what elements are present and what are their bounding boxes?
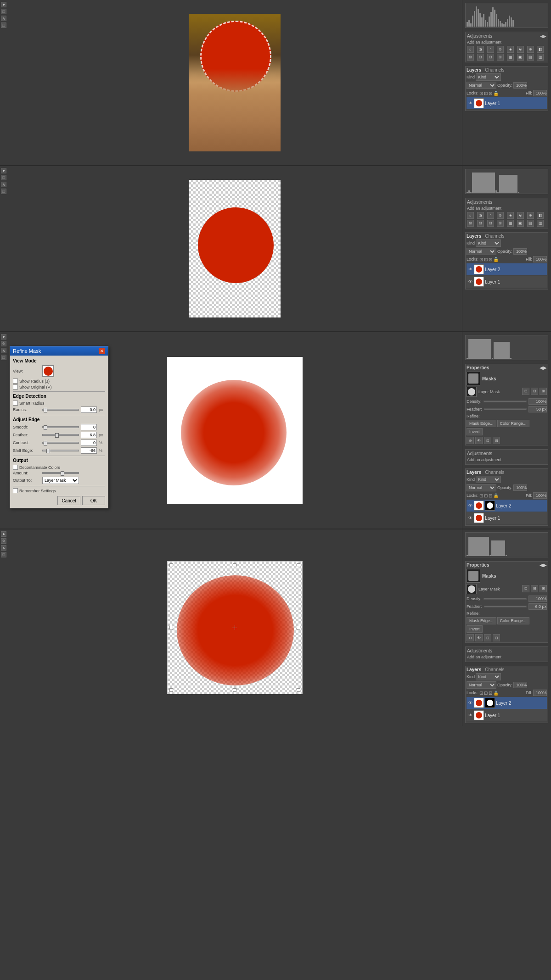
eye-icon-3b[interactable]: 👁 [467, 515, 473, 521]
expand-props-4[interactable]: ◀▶ [540, 562, 547, 568]
fill-input-2[interactable] [533, 256, 547, 262]
adj2-icon-2[interactable]: ◑ [477, 212, 484, 219]
adj2-icon-12[interactable]: ⊞ [497, 220, 504, 227]
adj2-icon-7[interactable]: ⊕ [527, 212, 534, 219]
smart-radius-checkbox[interactable] [13, 401, 18, 406]
feather-prop-slider-3[interactable] [484, 408, 527, 410]
eye-icon-4b[interactable]: 👁 [467, 713, 473, 718]
show-radius-checkbox[interactable] [13, 379, 18, 384]
kind-select-2[interactable]: Kind [476, 239, 501, 247]
remember-checkbox[interactable] [13, 488, 18, 493]
output-to-select[interactable]: Layer Mask [42, 477, 79, 484]
shift-edge-input[interactable] [81, 447, 97, 454]
lock3-icon-1[interactable]: ⊡ [479, 493, 483, 498]
adj2-icon-4[interactable]: ⊙ [497, 212, 504, 219]
radius-input[interactable] [81, 406, 97, 413]
eye-icon-2a[interactable]: 👁 [467, 267, 473, 272]
adj-icon-brightness[interactable]: ☼ [467, 46, 474, 53]
feather-prop-input-3[interactable] [529, 406, 547, 412]
s2-icon-2[interactable]: ⬚ [1, 175, 6, 180]
opacity-input-2[interactable] [513, 248, 527, 255]
layer-item-1[interactable]: 👁 Layer 1 [467, 97, 547, 109]
s3-icon-1[interactable]: ▶ [1, 334, 6, 340]
smooth-slider[interactable] [42, 426, 79, 428]
layer-mask-label-4[interactable]: Layer Mask [478, 587, 500, 591]
s3-icon-2[interactable]: ⊙ [1, 341, 6, 346]
lock3-icon-4[interactable]: 🔒 [493, 493, 499, 498]
opacity-input-3[interactable] [513, 484, 527, 491]
adj-icon-poster[interactable]: ⊞ [497, 54, 504, 61]
show-original-checkbox[interactable] [13, 384, 18, 390]
lock-icon-3[interactable]: ⊡ [489, 91, 492, 96]
lock-icon-4[interactable]: 🔒 [493, 91, 499, 96]
eye-icon-4a[interactable]: 👁 [467, 700, 473, 706]
lock3-icon-3[interactable]: ⊡ [489, 493, 492, 498]
lock2-icon-1[interactable]: ⊡ [479, 257, 483, 262]
adj-icon-threshold[interactable]: ▦ [507, 54, 514, 61]
props-bot-icon-4b[interactable]: 👁 [475, 634, 483, 641]
mask-edge-btn-4[interactable]: Mask Edge... [467, 617, 496, 624]
color-range-btn-4[interactable]: Color Range... [497, 617, 529, 624]
eye-icon-2b[interactable]: 👁 [467, 279, 473, 284]
lock4-icon-3[interactable]: ⊡ [489, 690, 492, 696]
lock2-icon-3[interactable]: ⊡ [489, 257, 492, 262]
decontaminate-checkbox[interactable] [13, 465, 18, 470]
adj-icon-invert[interactable]: ⊟ [487, 54, 494, 61]
masks-label-4[interactable]: Masks [482, 574, 496, 579]
contrast-input[interactable] [81, 440, 97, 446]
expand-icon-1[interactable]: ◀▶ [540, 34, 546, 39]
layer-item-2b[interactable]: 👁 Layer 1 [467, 276, 547, 288]
blend-mode-select-3[interactable]: Normal [467, 484, 496, 491]
density-slider-4[interactable] [484, 598, 527, 600]
nav-icon-1[interactable]: ▶ [1, 2, 6, 7]
fill-input-4[interactable] [533, 690, 547, 696]
lock4-icon-4[interactable]: 🔒 [493, 690, 499, 696]
mask-icon-btn-3b[interactable]: ⊟ [531, 388, 538, 395]
s2-icon-3[interactable]: A [1, 182, 6, 187]
props-bot-icon-4c[interactable]: ⊡ [484, 634, 491, 641]
layer-item-4b[interactable]: 👁 Layer 1 [467, 709, 547, 721]
adj2-icon-3[interactable]: ◝ [487, 212, 494, 219]
lock4-icon-1[interactable]: ⊡ [479, 690, 483, 696]
mask-icon-btn-4b[interactable]: ⊟ [531, 585, 538, 592]
opacity-input-1[interactable] [513, 82, 527, 89]
blend-mode-select-2[interactable]: Normal [467, 248, 496, 255]
feather-input[interactable] [81, 432, 97, 438]
s4-icon-2[interactable]: ⊙ [1, 538, 6, 544]
feather-slider[interactable] [42, 434, 79, 436]
view-preview[interactable] [42, 365, 54, 377]
amount-slider[interactable] [42, 472, 79, 474]
adj-icon-vibrance[interactable]: ◈ [507, 46, 514, 53]
adj2-icon-14[interactable]: ▣ [517, 220, 524, 227]
lock3-icon-2[interactable]: ⊡ [484, 493, 488, 498]
adj-icon-colorbal[interactable]: ⊕ [527, 46, 534, 53]
layer-mask-label-3[interactable]: Layer Mask [478, 390, 500, 394]
nav-icon-3[interactable]: A [1, 16, 6, 21]
handle-bl[interactable] [169, 688, 173, 692]
contrast-slider[interactable] [42, 442, 79, 444]
lock2-icon-4[interactable]: 🔒 [493, 257, 499, 262]
adj2-icon-13[interactable]: ▦ [507, 220, 514, 227]
adj-icon-solid[interactable]: ▥ [537, 54, 544, 61]
radius-slider[interactable] [42, 409, 79, 411]
adj-icon-curves[interactable]: ◝ [487, 46, 494, 53]
invert-btn-3[interactable]: Invert [467, 428, 483, 435]
handle-tl[interactable] [169, 563, 173, 567]
adj2-icon-16[interactable]: ▥ [537, 220, 544, 227]
adj2-icon-15[interactable]: ▤ [527, 220, 534, 227]
layer-item-2a[interactable]: 👁 Layer 2 [467, 263, 547, 275]
handle-mr[interactable] [297, 626, 300, 629]
masks-label-3[interactable]: Masks [482, 376, 496, 381]
s3-icon-4[interactable]: ⬚ [1, 355, 6, 360]
density-slider-3[interactable] [484, 401, 527, 402]
color-range-btn-3[interactable]: Color Range... [497, 420, 529, 427]
dialog-close-btn[interactable]: ✕ [99, 348, 105, 354]
adj-icon-channel[interactable]: ⊡ [477, 54, 484, 61]
blend-mode-select-1[interactable]: Normal [467, 82, 496, 89]
feather-prop-slider-4[interactable] [484, 606, 527, 607]
s2-icon-1[interactable]: ▶ [1, 168, 6, 173]
kind-select-1[interactable]: Kind [476, 73, 501, 81]
props-bot-icon-4a[interactable]: ⊙ [467, 634, 474, 641]
adj-icon-bw[interactable]: ◧ [537, 46, 544, 53]
s4-icon-4[interactable]: ⬚ [1, 552, 6, 557]
